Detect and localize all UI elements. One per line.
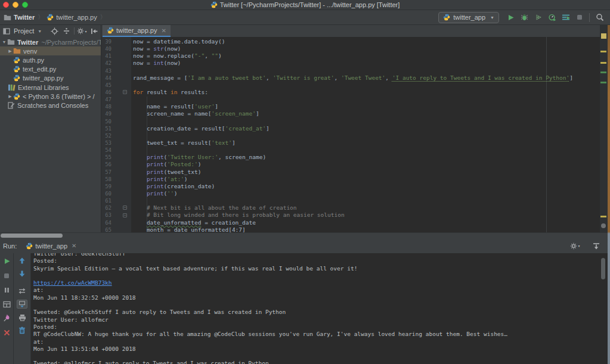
hide-panel-down-button[interactable]: [589, 239, 603, 252]
tree-item-twitter-app-py[interactable]: twitter_app.py: [0, 74, 101, 83]
code-token: now = datetime.date.today(): [133, 38, 225, 45]
code-line-41[interactable]: 41now = now.replace("-", ""): [101, 52, 600, 60]
close-button[interactable]: [1, 328, 12, 337]
code-line-62[interactable]: 62− # Next bit is all about the date of …: [101, 204, 600, 211]
concurrency-diagram-button[interactable]: [559, 11, 572, 24]
code-line-58[interactable]: 58 print('at:'): [101, 176, 600, 183]
code-line-39[interactable]: 39now = datetime.date.today(): [101, 38, 600, 45]
horizontal-splitter[interactable]: [0, 232, 610, 238]
code-fold-icon[interactable]: −: [123, 213, 127, 217]
stop-button[interactable]: [1, 271, 12, 280]
error-stripe-mark[interactable]: [600, 216, 606, 217]
console-output[interactable]: Twitter User: GeekTechStuffPosted:Skyrim…: [31, 253, 610, 364]
code-line-57[interactable]: 57 print(tweet_txt): [101, 169, 600, 176]
python-file-icon: [26, 242, 33, 250]
code-line-54[interactable]: 54: [101, 147, 600, 154]
line-number: 64: [101, 219, 112, 226]
error-stripe-mark[interactable]: [601, 33, 606, 39]
debug-button[interactable]: [518, 11, 531, 24]
run-button[interactable]: [504, 11, 518, 24]
close-tab-icon[interactable]: ✕: [72, 242, 76, 249]
error-stripe-mark[interactable]: [600, 62, 606, 64]
code-line-47[interactable]: 47: [101, 96, 600, 103]
code-line-55[interactable]: 55 print('Twitter User:', screen_name): [101, 154, 600, 161]
search-everywhere-button[interactable]: [593, 11, 606, 24]
close-window-button[interactable]: [3, 2, 9, 8]
print-button[interactable]: [17, 313, 27, 322]
code-line-50[interactable]: 50: [101, 118, 600, 125]
settings-button[interactable]: ▾: [77, 26, 87, 36]
clear-all-button[interactable]: [17, 326, 27, 335]
code-line-59[interactable]: 59 print(creation_date): [101, 183, 600, 190]
code-line-42[interactable]: 42now = int(now): [101, 60, 600, 67]
error-stripe-mark[interactable]: [600, 51, 606, 52]
stop-button[interactable]: [572, 11, 586, 24]
tree-item-text-edit-py[interactable]: text_edit.py: [0, 65, 101, 74]
code-token: now =: [133, 60, 153, 66]
console-scrollbar[interactable]: [601, 258, 605, 279]
code-editor[interactable]: 39now = datetime.date.today()40now = str…: [101, 37, 600, 232]
code-line-61[interactable]: 61: [101, 197, 600, 204]
code-line-64[interactable]: 64 date_unformatted = creation_date: [101, 219, 600, 226]
chevron-down-icon[interactable]: ▼: [38, 29, 42, 33]
error-stripe-mark[interactable]: [601, 223, 606, 228]
run-header-actions: ▾: [568, 239, 610, 252]
code-line-48[interactable]: 48 name = result['user']: [101, 103, 600, 110]
pause-output-button[interactable]: [1, 285, 12, 294]
run-tab-twitter-app[interactable]: twitter_app ✕: [22, 238, 80, 253]
code-token: ]: [266, 125, 270, 132]
tree-item-external-libraries[interactable]: External Libraries: [0, 83, 101, 92]
title-bar: Twitter [~/PycharmProjects/Twitter] - ..…: [0, 0, 610, 10]
error-stripe[interactable]: [600, 25, 608, 232]
code-line-63[interactable]: 63− # Bit long winded and there is proba…: [101, 211, 600, 219]
code-line-45[interactable]: 45: [101, 82, 600, 89]
code-line-53[interactable]: 53 tweet_txt = result['text']: [101, 139, 600, 147]
run-configuration-select[interactable]: twitter_app ▼: [438, 12, 499, 23]
rerun-button[interactable]: [1, 257, 12, 266]
code-line-44[interactable]: 44rand_message = ['I am a auto tweet bot…: [101, 74, 600, 82]
close-tab-icon[interactable]: ✕: [161, 27, 166, 34]
run-with-coverage-button[interactable]: [531, 11, 545, 24]
scroll-to-end-button[interactable]: [17, 300, 27, 309]
zoom-window-button[interactable]: [22, 2, 28, 8]
pin-tab-button[interactable]: [1, 314, 12, 323]
tree-item-auth-py[interactable]: auth.py: [0, 55, 101, 64]
tree-item-venv[interactable]: ▶venv: [0, 46, 101, 55]
code-line-40[interactable]: 40now = str(now): [101, 45, 600, 52]
settings-button[interactable]: ▾: [568, 239, 582, 252]
code-fold-icon[interactable]: −: [123, 90, 127, 94]
breadcrumb-twitter[interactable]: Twitter: [4, 14, 35, 21]
error-stripe-mark[interactable]: [600, 71, 606, 73]
code-line-52[interactable]: 52: [101, 132, 600, 139]
code-line-51[interactable]: 51 creation_date = result['created_at']: [101, 125, 600, 132]
project-panel-hscrollbar[interactable]: [1, 234, 63, 238]
console-link[interactable]: https://t.co/wAcWMB73kh: [33, 279, 112, 286]
up-stack-trace-button[interactable]: [17, 256, 27, 265]
code-token: print: [147, 161, 164, 167]
code-line-56[interactable]: 56 print('Posted:'): [101, 161, 600, 168]
code-line-60[interactable]: 60 print(''): [101, 190, 600, 197]
locate-file-button[interactable]: [49, 26, 60, 36]
tree-item-python-3-6-twitter[interactable]: ▶< Python 3.6 (Twitter) > /: [0, 92, 101, 101]
code-line-46[interactable]: 46−for result in results:: [101, 89, 600, 96]
editor-tab-twitter-app[interactable]: twitter_app.py ✕: [103, 25, 171, 37]
tree-item-scratches-and-consoles[interactable]: Scratches and Consoles: [0, 101, 101, 110]
code-line-65[interactable]: 65 month = date_unformatted[4:7]: [101, 226, 600, 232]
tree-collapsed-icon[interactable]: ▶: [7, 49, 13, 54]
tree-collapsed-icon[interactable]: ▶: [7, 94, 13, 99]
soft-wrap-button[interactable]: [17, 287, 27, 295]
code-line-43[interactable]: 43: [101, 67, 600, 74]
minimize-window-button[interactable]: [13, 2, 18, 8]
project-panel-title[interactable]: Project: [14, 27, 34, 35]
profile-button[interactable]: [545, 11, 559, 24]
breadcrumb-twitter-app-py[interactable]: twitter_app.py: [47, 14, 97, 21]
code-fold-icon[interactable]: −: [123, 206, 127, 210]
hide-panel-button[interactable]: [89, 26, 99, 36]
restore-layout-button[interactable]: [1, 300, 12, 309]
tree-item-twitter[interactable]: ▼Twitter~/PycharmProjects/T: [0, 38, 101, 46]
collapse-all-button[interactable]: [61, 26, 72, 36]
code-line-49[interactable]: 49 screen_name = name['screen_name']: [101, 110, 600, 117]
tree-expanded-icon[interactable]: ▼: [1, 40, 7, 44]
error-stripe-mark[interactable]: [600, 82, 606, 83]
down-stack-trace-button[interactable]: [17, 269, 27, 278]
